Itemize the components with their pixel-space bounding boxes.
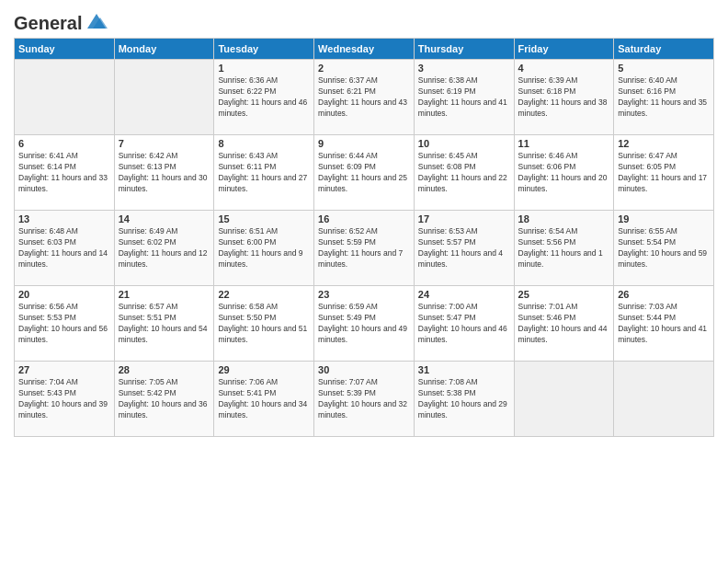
day-detail: Sunrise: 6:54 AM Sunset: 5:56 PM Dayligh… [518, 226, 610, 270]
day-detail: Sunrise: 6:47 AM Sunset: 6:05 PM Dayligh… [618, 151, 710, 195]
day-number: 15 [218, 213, 310, 224]
day-detail: Sunrise: 6:53 AM Sunset: 5:57 PM Dayligh… [418, 226, 510, 270]
day-number: 16 [318, 213, 410, 224]
day-detail: Sunrise: 7:06 AM Sunset: 5:41 PM Dayligh… [218, 377, 310, 421]
week-row-4: 20Sunrise: 6:56 AM Sunset: 5:53 PM Dayli… [15, 286, 714, 362]
calendar-cell: 28Sunrise: 7:05 AM Sunset: 5:42 PM Dayli… [114, 362, 214, 437]
day-number: 29 [218, 364, 310, 375]
day-number: 10 [418, 138, 510, 149]
day-detail: Sunrise: 7:05 AM Sunset: 5:42 PM Dayligh… [119, 377, 210, 421]
day-detail: Sunrise: 6:42 AM Sunset: 6:13 PM Dayligh… [119, 151, 210, 195]
calendar-cell [514, 362, 614, 437]
day-number: 9 [318, 138, 410, 149]
week-row-3: 13Sunrise: 6:48 AM Sunset: 6:03 PM Dayli… [15, 211, 714, 286]
day-number: 3 [418, 63, 510, 74]
day-detail: Sunrise: 7:04 AM Sunset: 5:43 PM Dayligh… [18, 377, 110, 421]
calendar-cell: 9Sunrise: 6:44 AM Sunset: 6:09 PM Daylig… [314, 135, 415, 211]
logo-general: General [14, 13, 82, 34]
calendar-cell: 22Sunrise: 6:58 AM Sunset: 5:50 PM Dayli… [214, 286, 314, 362]
day-number: 30 [318, 364, 410, 375]
calendar-cell: 24Sunrise: 7:00 AM Sunset: 5:47 PM Dayli… [414, 286, 514, 362]
calendar-container: General SundayMondayTuesdayWednesdayThur… [0, 0, 728, 563]
calendar-cell: 1Sunrise: 6:36 AM Sunset: 6:22 PM Daylig… [214, 60, 314, 135]
weekday-header-saturday: Saturday [614, 39, 714, 60]
day-number: 20 [18, 289, 110, 300]
calendar-cell: 18Sunrise: 6:54 AM Sunset: 5:56 PM Dayli… [514, 211, 614, 286]
calendar-cell: 16Sunrise: 6:52 AM Sunset: 5:59 PM Dayli… [314, 211, 415, 286]
calendar-cell: 20Sunrise: 6:56 AM Sunset: 5:53 PM Dayli… [15, 286, 115, 362]
weekday-header-thursday: Thursday [414, 39, 514, 60]
week-row-2: 6Sunrise: 6:41 AM Sunset: 6:14 PM Daylig… [15, 135, 714, 211]
day-number: 31 [418, 364, 510, 375]
calendar-cell: 14Sunrise: 6:49 AM Sunset: 6:02 PM Dayli… [114, 211, 214, 286]
calendar-cell [15, 60, 115, 135]
calendar-cell: 26Sunrise: 7:03 AM Sunset: 5:44 PM Dayli… [614, 286, 714, 362]
day-detail: Sunrise: 6:56 AM Sunset: 5:53 PM Dayligh… [18, 302, 110, 346]
day-number: 8 [218, 138, 310, 149]
calendar-cell: 11Sunrise: 6:46 AM Sunset: 6:06 PM Dayli… [514, 135, 614, 211]
day-number: 6 [18, 138, 110, 149]
day-number: 4 [518, 63, 610, 74]
calendar-cell: 8Sunrise: 6:43 AM Sunset: 6:11 PM Daylig… [214, 135, 314, 211]
day-detail: Sunrise: 6:41 AM Sunset: 6:14 PM Dayligh… [18, 151, 110, 195]
logo: General [14, 13, 109, 30]
calendar-cell: 4Sunrise: 6:39 AM Sunset: 6:18 PM Daylig… [514, 60, 614, 135]
day-detail: Sunrise: 6:46 AM Sunset: 6:06 PM Dayligh… [518, 151, 610, 195]
calendar-cell: 5Sunrise: 6:40 AM Sunset: 6:16 PM Daylig… [614, 60, 714, 135]
day-number: 19 [618, 213, 710, 224]
day-number: 7 [119, 138, 210, 149]
calendar-cell: 23Sunrise: 6:59 AM Sunset: 5:49 PM Dayli… [314, 286, 415, 362]
day-number: 14 [119, 213, 210, 224]
day-detail: Sunrise: 6:51 AM Sunset: 6:00 PM Dayligh… [218, 226, 310, 270]
calendar-cell: 29Sunrise: 7:06 AM Sunset: 5:41 PM Dayli… [214, 362, 314, 437]
weekday-header-monday: Monday [114, 39, 214, 60]
day-number: 25 [518, 289, 610, 300]
calendar-cell: 2Sunrise: 6:37 AM Sunset: 6:21 PM Daylig… [314, 60, 415, 135]
day-detail: Sunrise: 6:43 AM Sunset: 6:11 PM Dayligh… [218, 151, 310, 195]
day-number: 27 [18, 364, 110, 375]
calendar-cell: 10Sunrise: 6:45 AM Sunset: 6:08 PM Dayli… [414, 135, 514, 211]
day-detail: Sunrise: 7:00 AM Sunset: 5:47 PM Dayligh… [418, 302, 510, 346]
day-number: 28 [119, 364, 210, 375]
day-detail: Sunrise: 6:44 AM Sunset: 6:09 PM Dayligh… [318, 151, 410, 195]
calendar-cell: 25Sunrise: 7:01 AM Sunset: 5:46 PM Dayli… [514, 286, 614, 362]
calendar-cell: 19Sunrise: 6:55 AM Sunset: 5:54 PM Dayli… [614, 211, 714, 286]
day-detail: Sunrise: 6:49 AM Sunset: 6:02 PM Dayligh… [119, 226, 210, 270]
calendar-cell: 27Sunrise: 7:04 AM Sunset: 5:43 PM Dayli… [15, 362, 115, 437]
day-number: 1 [218, 63, 310, 74]
day-detail: Sunrise: 6:40 AM Sunset: 6:16 PM Dayligh… [618, 75, 710, 120]
calendar-cell: 3Sunrise: 6:38 AM Sunset: 6:19 PM Daylig… [414, 60, 514, 135]
day-number: 13 [18, 213, 110, 224]
header: General [14, 9, 714, 30]
day-detail: Sunrise: 7:08 AM Sunset: 5:38 PM Dayligh… [418, 377, 510, 421]
day-number: 5 [618, 63, 710, 74]
day-detail: Sunrise: 6:52 AM Sunset: 5:59 PM Dayligh… [318, 226, 410, 270]
header-row: SundayMondayTuesdayWednesdayThursdayFrid… [15, 39, 714, 60]
weekday-header-wednesday: Wednesday [314, 39, 415, 60]
day-detail: Sunrise: 6:58 AM Sunset: 5:50 PM Dayligh… [218, 302, 310, 346]
calendar-cell: 13Sunrise: 6:48 AM Sunset: 6:03 PM Dayli… [15, 211, 115, 286]
day-number: 24 [418, 289, 510, 300]
weekday-header-tuesday: Tuesday [214, 39, 314, 60]
day-detail: Sunrise: 6:36 AM Sunset: 6:22 PM Dayligh… [218, 75, 310, 120]
calendar-cell: 17Sunrise: 6:53 AM Sunset: 5:57 PM Dayli… [414, 211, 514, 286]
day-detail: Sunrise: 6:48 AM Sunset: 6:03 PM Dayligh… [18, 226, 110, 270]
calendar-cell [114, 60, 214, 135]
day-number: 17 [418, 213, 510, 224]
day-detail: Sunrise: 7:03 AM Sunset: 5:44 PM Dayligh… [618, 302, 710, 346]
calendar-cell: 30Sunrise: 7:07 AM Sunset: 5:39 PM Dayli… [314, 362, 415, 437]
day-number: 18 [518, 213, 610, 224]
day-detail: Sunrise: 7:07 AM Sunset: 5:39 PM Dayligh… [318, 377, 410, 421]
weekday-header-sunday: Sunday [15, 39, 115, 60]
day-detail: Sunrise: 6:59 AM Sunset: 5:49 PM Dayligh… [318, 302, 410, 346]
calendar-cell: 6Sunrise: 6:41 AM Sunset: 6:14 PM Daylig… [15, 135, 115, 211]
weekday-header-friday: Friday [514, 39, 614, 60]
day-number: 12 [618, 138, 710, 149]
day-number: 26 [618, 289, 710, 300]
week-row-5: 27Sunrise: 7:04 AM Sunset: 5:43 PM Dayli… [15, 362, 714, 437]
day-detail: Sunrise: 6:38 AM Sunset: 6:19 PM Dayligh… [418, 75, 510, 120]
calendar-cell [614, 362, 714, 437]
calendar-cell: 7Sunrise: 6:42 AM Sunset: 6:13 PM Daylig… [114, 135, 214, 211]
calendar-cell: 12Sunrise: 6:47 AM Sunset: 6:05 PM Dayli… [614, 135, 714, 211]
day-number: 2 [318, 63, 410, 74]
